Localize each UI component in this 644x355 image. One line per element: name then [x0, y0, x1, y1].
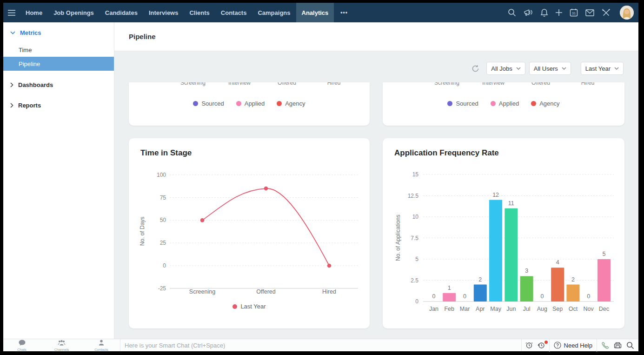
sidebar-section-dashboards[interactable]: Dashboards: [3, 78, 114, 91]
svg-text:No. of Days: No. of Days: [139, 217, 146, 246]
bell-icon[interactable]: [540, 8, 548, 17]
nav-item-clients[interactable]: Clients: [184, 3, 215, 22]
sidebar-item-time[interactable]: Time: [3, 43, 114, 57]
avatar[interactable]: [620, 6, 634, 20]
search-icon[interactable]: [508, 8, 516, 17]
history-icon[interactable]: [535, 342, 547, 349]
contacts-icon: [99, 339, 104, 348]
svg-text:31: 31: [572, 11, 576, 15]
bottom-search-icon[interactable]: [624, 342, 637, 349]
top-navbar: HomeJob OpeningsCandidatesInterviewsClie…: [3, 3, 638, 22]
legend-item-applied[interactable]: Applied: [236, 100, 265, 107]
svg-text:5: 5: [415, 256, 418, 262]
legend-item-agency[interactable]: Agency: [277, 100, 305, 107]
svg-text:100: 100: [157, 172, 166, 178]
x-axis-label: Screening: [180, 82, 206, 86]
legend-item-applied[interactable]: Applied: [491, 100, 519, 107]
svg-text:75: 75: [160, 194, 166, 201]
svg-text:0: 0: [463, 293, 466, 300]
chat-dock-contacts[interactable]: Contacts: [91, 339, 112, 351]
svg-text:0: 0: [432, 293, 436, 300]
svg-text:Dec: Dec: [599, 306, 609, 312]
svg-text:0: 0: [415, 298, 418, 305]
smart-chat-input[interactable]: Here is your Smart Chat (Ctrl+Space): [120, 339, 521, 351]
legend-item-agency[interactable]: Agency: [531, 100, 559, 107]
analytics-content: All Jobs All Users Last Year ScreeningIn…: [114, 51, 638, 339]
reminder-icon[interactable]: [523, 342, 535, 349]
hamburger-menu-icon[interactable]: [3, 3, 20, 22]
legend-dot: [193, 101, 198, 106]
legend-item-sourced[interactable]: Sourced: [193, 100, 224, 107]
svg-text:Hired: Hired: [322, 288, 336, 295]
pipeline-chart-card-right: ScreeningInterviewOfferedHiredSourcedApp…: [383, 82, 624, 126]
phone-icon[interactable]: [599, 342, 611, 349]
tools-icon[interactable]: [602, 8, 611, 17]
legend-item-sourced[interactable]: Sourced: [447, 100, 478, 107]
svg-text:Apr: Apr: [476, 306, 485, 312]
refresh-icon[interactable]: [471, 65, 479, 73]
time-in-stage-card: Time in Stage1007550250-25ScreeningOffer…: [129, 138, 370, 328]
bottom-right-toolbar: Need Help: [521, 339, 638, 351]
nav-item-job-openings[interactable]: Job Openings: [48, 3, 100, 22]
calendar-icon[interactable]: 31: [570, 8, 578, 17]
nav-item-analytics[interactable]: Analytics: [296, 3, 334, 22]
chat-dock-chats[interactable]: Chats: [11, 339, 33, 351]
legend-dot: [447, 101, 452, 106]
x-axis-label: Interview: [482, 82, 505, 86]
sidebar-item-pipeline[interactable]: Pipeline: [3, 57, 114, 71]
chart-legend: SourcedAppliedAgency: [129, 100, 370, 107]
svg-text:0: 0: [540, 293, 544, 300]
svg-text:15: 15: [412, 171, 419, 178]
svg-text:Screening: Screening: [189, 288, 215, 295]
svg-text:-25: -25: [158, 285, 166, 292]
chats-icon: [19, 339, 26, 348]
svg-text:2: 2: [571, 276, 575, 283]
nav-item-campaigns[interactable]: Campaigns: [252, 3, 296, 22]
chat-dock-channels[interactable]: Channels: [51, 339, 73, 351]
period-filter-dropdown[interactable]: Last Year: [581, 62, 624, 75]
x-axis-label: Interview: [228, 82, 251, 86]
application-frequency-card: Application Frequency Rate1512.5107.552.…: [383, 138, 624, 328]
svg-text:Aug: Aug: [537, 306, 547, 312]
legend-dot: [236, 101, 241, 106]
bottom-bar: ChatsChannelsContacts Here is your Smart…: [3, 339, 638, 351]
nav-item-contacts[interactable]: Contacts: [215, 3, 252, 22]
chart-legend: Last Year: [129, 303, 370, 310]
x-axis-label: Offered: [531, 82, 550, 86]
svg-text:Jul: Jul: [523, 306, 531, 312]
svg-text:0: 0: [587, 293, 590, 300]
svg-text:5: 5: [602, 251, 605, 257]
need-help-button[interactable]: Need Help: [551, 342, 595, 349]
nav-item-candidates[interactable]: Candidates: [100, 3, 143, 22]
pipeline-chart-card-left: ScreeningInterviewOfferedHiredSourcedApp…: [129, 82, 370, 126]
svg-text:Sep: Sep: [552, 306, 563, 312]
svg-text:Offered: Offered: [256, 288, 276, 295]
app-window: HomeJob OpeningsCandidatesInterviewsClie…: [3, 3, 638, 351]
nav-item-interviews[interactable]: Interviews: [143, 3, 184, 22]
svg-text:Jan: Jan: [429, 306, 438, 312]
announcement-icon[interactable]: [524, 9, 533, 17]
application-frequency-chart: 1512.5107.552.500Jan1Feb0Mar2Apr12May11J…: [383, 138, 624, 328]
charts-grid: ScreeningInterviewOfferedHiredSourcedApp…: [129, 82, 624, 328]
mail-icon[interactable]: [585, 9, 594, 16]
svg-text:Mar: Mar: [460, 306, 470, 312]
sidebar: MetricsTimePipelineDashboardsReports: [3, 22, 114, 339]
x-axis-label: Screening: [434, 82, 459, 86]
notification-dot: [544, 341, 548, 344]
svg-text:No. of Applications: No. of Applications: [395, 214, 401, 261]
svg-text:4: 4: [556, 259, 559, 266]
plus-icon[interactable]: [556, 9, 562, 16]
svg-text:Nov: Nov: [584, 306, 594, 312]
users-filter-dropdown[interactable]: All Users: [529, 62, 571, 75]
svg-text:2: 2: [478, 276, 482, 283]
nav-item-home[interactable]: Home: [20, 3, 48, 22]
svg-text:25: 25: [160, 240, 166, 246]
nav-more-button[interactable]: •••: [334, 3, 354, 22]
sidebar-section-reports[interactable]: Reports: [3, 99, 114, 112]
jobs-filter-dropdown[interactable]: All Jobs: [486, 62, 525, 75]
fax-icon[interactable]: [611, 342, 624, 349]
svg-text:7.5: 7.5: [411, 235, 418, 241]
svg-text:12.5: 12.5: [408, 193, 419, 199]
time-in-stage-chart: 1007550250-25ScreeningOfferedHiredNo. of…: [129, 138, 370, 328]
sidebar-section-metrics[interactable]: Metrics: [3, 26, 114, 39]
